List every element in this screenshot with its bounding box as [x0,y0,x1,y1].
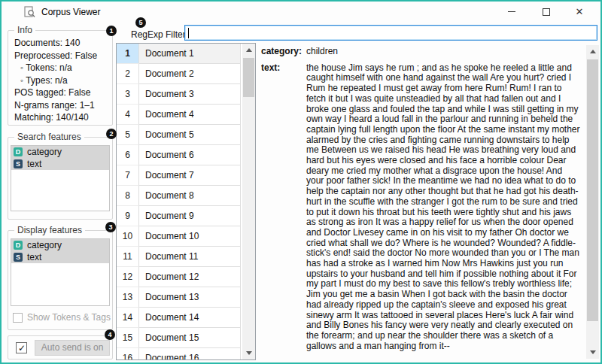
string-variable-icon: S [14,253,23,262]
maximize-icon [543,8,550,16]
annotation-badge-5: 5 [135,17,146,28]
document-row[interactable]: 15Document 15 [117,328,241,348]
row-number: 2 [117,64,139,84]
feature-name: text [27,252,41,262]
row-number: 1 [117,44,139,64]
viewer-field-category: category: children [261,47,585,57]
annotation-badge-1: 1 [106,26,117,36]
scroll-up-icon[interactable] [586,45,599,58]
scroll-down-icon[interactable] [586,346,599,359]
row-number: 7 [117,165,139,186]
info-line: Matching: 140/140 [14,111,109,124]
document-row[interactable]: 6Document 6 [117,145,241,165]
document-row[interactable]: 9Document 9 [117,206,241,226]
autosend-button[interactable]: Auto send is on [35,340,110,356]
text-caret [188,28,189,38]
scrollbar-thumb[interactable] [587,59,598,321]
document-row[interactable]: 10Document 10 [117,226,241,247]
document-title: Document 9 [139,206,241,226]
info-line: ◦ Types: n/a [14,74,109,87]
minimize-icon [508,11,515,12]
row-number: 12 [117,267,139,287]
string-variable-icon: S [14,159,23,168]
document-row[interactable]: 14Document 14 [117,308,241,328]
discrete-variable-icon: D [14,147,23,156]
document-row[interactable]: 8Document 8 [117,186,241,206]
document-row[interactable]: 7Document 7 [117,165,241,186]
display-features-groupbox: Display features DcategoryStext Show Tok… [8,230,113,330]
document-row[interactable]: 5Document 5 [117,125,241,145]
annotation-badge-4: 4 [105,329,115,340]
document-title: Document 13 [139,287,241,308]
corpus-viewer-icon [24,6,35,18]
display-features-list[interactable]: DcategoryStext [11,238,110,306]
search-features-groupbox: Search features DcategoryStext [8,137,113,220]
document-list-scrollbar[interactable] [242,44,255,359]
document-title: Document 3 [139,84,241,105]
viewer-scrollbar[interactable] [586,45,599,359]
info-groupbox: Info Documents: 140Preprocessed: False◦ … [8,30,113,126]
close-icon: ✕ [576,7,584,17]
document-row[interactable]: 1Document 1 [117,44,241,64]
feature-name: category [27,147,62,157]
document-title: Document 1 [139,44,241,64]
search-features-list[interactable]: DcategoryStext [11,145,110,211]
document-title: Document 8 [139,186,241,206]
window-title: Corpus Viewer [41,7,100,17]
checkmark-icon: ✓ [18,344,26,353]
feature-item-category[interactable]: Dcategory [11,146,109,158]
info-line: ◦ Tokens: n/a [14,62,109,74]
document-title: Document 11 [139,247,241,267]
corpus-viewer-window: Corpus Viewer ✕ Info Documents: 140Prepr… [0,0,602,364]
feature-item-category[interactable]: Dcategory [11,239,109,251]
info-group-title: Info [14,25,35,35]
autosend-box: ✓ Auto send is on [8,335,113,359]
scroll-down-icon[interactable] [242,347,255,359]
document-row[interactable]: 13Document 13 [117,287,241,308]
info-line: POS tagged: False [14,86,109,99]
scrollbar-thumb[interactable] [243,58,254,97]
document-row[interactable]: 11Document 11 [117,247,241,267]
annotation-badge-3: 3 [105,222,116,232]
row-number: 4 [117,105,139,125]
document-row[interactable]: 4Document 4 [117,105,241,125]
row-number: 15 [117,328,139,348]
document-rows: 1Document 12Document 23Document 34Docume… [117,44,241,360]
maximize-button[interactable] [530,2,563,22]
search-features-title: Search features [14,132,84,142]
document-row[interactable]: 3Document 3 [117,84,241,105]
scroll-up-icon[interactable] [242,44,255,56]
row-number: 13 [117,287,139,308]
show-tokens-tags-checkbox[interactable]: Show Tokens & Tags [13,312,111,323]
checkbox-unchecked-icon [13,313,23,323]
row-number: 14 [117,308,139,328]
viewer-field-text: text: the house Jim says he rum ; and as… [261,63,585,352]
document-title: Document 12 [139,267,241,287]
row-number: 10 [117,226,139,247]
document-title: Document 7 [139,165,241,186]
minimize-button[interactable] [495,2,528,22]
document-list: 1Document 12Document 23Document 34Docume… [116,43,256,360]
document-row[interactable]: 16Document 16 [117,348,241,360]
document-title: Document 15 [139,328,241,348]
category-label: category: [261,47,306,57]
document-title: Document 5 [139,125,241,145]
document-viewer: category: children text: the house Jim s… [261,47,585,359]
autosend-checkbox[interactable]: ✓ [16,342,27,353]
info-line: Preprocessed: False [14,50,109,62]
document-row[interactable]: 2Document 2 [117,64,241,84]
feature-item-text[interactable]: Stext [11,158,109,170]
annotation-badge-2: 2 [106,129,117,139]
regexp-filter-input[interactable] [184,25,597,41]
feature-item-text[interactable]: Stext [11,251,109,263]
regexp-filter-label: RegExp Filter: [131,29,188,40]
document-title: Document 14 [139,308,241,328]
document-row[interactable]: 12Document 12 [117,267,241,287]
row-number: 8 [117,186,139,206]
text-label: text: [261,63,306,352]
document-title: Document 2 [139,64,241,84]
close-button[interactable]: ✕ [563,2,596,22]
info-line: N-grams range: 1–1 [14,99,109,112]
info-line: Documents: 140 [14,37,109,50]
discrete-variable-icon: D [14,241,23,250]
